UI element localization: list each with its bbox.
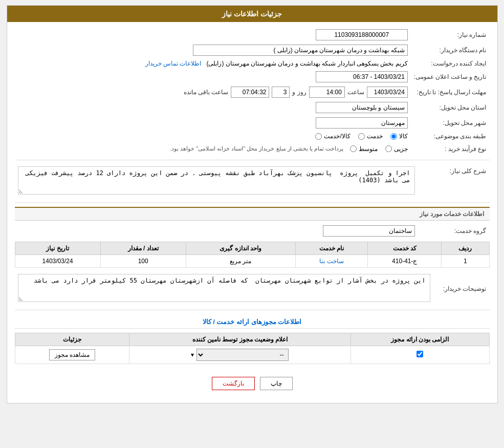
process-jozei-label: جزيی xyxy=(394,145,408,153)
permissions-header: اطلاعات مجوزهای ارائه خدمت / کالا xyxy=(15,315,490,329)
need-number-input[interactable] xyxy=(316,29,408,40)
col-unit: واحد اندازه گيری xyxy=(186,242,295,255)
province-row: استان محل تحويل: xyxy=(15,100,490,115)
deadline-time-label: ساعت xyxy=(347,89,364,96)
announce-date-row: تاريخ و ساعت اعلان عمومی: xyxy=(15,69,490,84)
deadline-label: مهلت ارسال پاسخ: تا تاريخ: xyxy=(411,84,490,100)
permissions-table: الزامی بودن ارائه مجوز اعلام وضعيت مجوز … xyxy=(15,333,490,364)
deadline-remaining-input[interactable] xyxy=(231,87,269,98)
category-kala-label: کالا xyxy=(399,133,408,140)
page-header: جزئيات اطلاعات نياز xyxy=(7,6,497,22)
process-mottavaset-option[interactable]: متوسط xyxy=(350,145,378,153)
main-content: شماره نياز: نام دستگاه خريدار: ايجاد کنن… xyxy=(7,22,497,403)
cell-unit: متر مربع xyxy=(186,255,295,268)
category-value: کالا خدمت کالا/خدمت xyxy=(15,131,411,142)
required-checkbox[interactable] xyxy=(417,351,423,357)
separator-2 xyxy=(15,202,490,203)
cell-service-name[interactable]: ساخت بنا xyxy=(295,255,368,268)
permissions-row: -- ▾ مشاهده مجوز xyxy=(15,346,489,364)
category-kala-khedmat-option[interactable]: کالا/خدمت xyxy=(315,133,350,140)
separator-1 xyxy=(15,160,490,160)
page-title: جزئيات اطلاعات نياز xyxy=(222,10,282,18)
cell-service-code: ج-41-410 xyxy=(368,255,442,268)
service-group-label: گروه خدمت: xyxy=(418,223,490,239)
col-row-num: رديف xyxy=(442,242,489,255)
creator-text: کريم بخش يسکوهی انباردار شبکه بهداشت و د… xyxy=(206,60,407,67)
permissions-section: اطلاعات مجوزهای ارائه خدمت / کالا الزامی… xyxy=(15,315,490,364)
col-details: جزئيات xyxy=(15,333,129,346)
category-kala-khedmat-radio[interactable] xyxy=(315,133,322,140)
table-row: 1 ج-41-410 ساخت بنا متر مربع 100 1403/03… xyxy=(15,255,489,268)
col-status: اعلام وضعيت مجوز توسط نامين کننده xyxy=(129,333,350,346)
deadline-value: ساعت روز و ساعت باقی مانده xyxy=(15,84,411,100)
deadline-date-input[interactable] xyxy=(367,87,408,98)
view-permit-button[interactable]: مشاهده مجوز xyxy=(49,349,95,360)
need-number-value xyxy=(15,27,411,42)
permissions-header-row: الزامی بودن ارائه مجوز اعلام وضعيت مجوز … xyxy=(15,333,489,346)
province-label: استان محل تحويل: xyxy=(411,100,490,115)
buyer-org-value xyxy=(15,42,411,58)
category-khedmat-label: خدمت xyxy=(367,133,383,140)
need-number-label: شماره نياز: xyxy=(411,27,490,42)
process-jozei-radio[interactable] xyxy=(385,145,392,152)
creator-value: کريم بخش يسکوهی انباردار شبکه بهداشت و د… xyxy=(15,58,411,69)
category-khedmat-radio[interactable] xyxy=(358,133,365,140)
deadline-days-input[interactable] xyxy=(272,87,290,98)
buyer-notes-table: توضیحات خريدار: اين پروژه در بخش آشار از… xyxy=(15,272,490,306)
services-section-header: اطلاعات خدمات مورد نياز xyxy=(15,207,490,221)
buyer-org-row: نام دستگاه خريدار: xyxy=(15,42,490,58)
service-group-value xyxy=(15,223,418,239)
buyer-notes-textarea[interactable]: اين پروژه در بخش آشار از توابع شهرستان م… xyxy=(18,274,430,302)
category-kala-khedmat-label: کالا/خدمت xyxy=(324,133,350,140)
province-value xyxy=(15,100,411,115)
status-dropdown[interactable]: -- xyxy=(196,349,289,361)
buyer-org-label: نام دستگاه خريدار: xyxy=(411,42,490,58)
category-label: طبقه بندی موضوعی: xyxy=(411,131,490,142)
category-kala-option[interactable]: کالا xyxy=(390,133,408,140)
process-jozei-option[interactable]: جزيی xyxy=(385,145,408,153)
separator-3 xyxy=(15,310,490,310)
category-khedmat-option[interactable]: خدمت xyxy=(358,133,383,140)
back-button[interactable]: بازگشت xyxy=(212,377,255,390)
deadline-remaining-label: ساعت باقی مانده xyxy=(184,89,229,96)
contact-link[interactable]: اطلاعات تماس خريدار xyxy=(145,60,202,67)
services-table-header-row: رديف کد خدمت نام خدمت واحد اندازه گيری ت… xyxy=(15,242,489,255)
province-input[interactable] xyxy=(316,102,408,113)
cell-required xyxy=(350,346,489,364)
city-value xyxy=(15,115,411,131)
city-input[interactable] xyxy=(316,117,408,129)
announce-date-input[interactable] xyxy=(316,71,408,82)
process-label: نوع فرآيند خريد : xyxy=(411,142,490,156)
buyer-notes-label: توضیحات خريدار: xyxy=(433,272,490,306)
category-row: طبقه بندی موضوعی: کالا خدمت کالا/خدمت xyxy=(15,131,490,142)
process-mottavaset-radio[interactable] xyxy=(350,145,357,152)
print-button[interactable]: چاپ xyxy=(260,377,293,390)
deadline-time-input[interactable] xyxy=(309,87,345,98)
footer-buttons: چاپ بازگشت xyxy=(15,369,490,398)
col-service-name: نام خدمت xyxy=(295,242,368,255)
service-group-table: گروه خدمت: xyxy=(15,223,490,239)
service-group-row: گروه خدمت: xyxy=(15,223,490,239)
cell-status: -- ▾ xyxy=(129,346,350,364)
service-group-input[interactable] xyxy=(323,225,415,237)
page-container: جزئيات اطلاعات نياز شماره نياز: نام دستگ… xyxy=(7,5,498,403)
col-service-code: کد خدمت xyxy=(368,242,442,255)
cell-row-num: 1 xyxy=(442,255,489,268)
col-quantity: تعداد / مقدار xyxy=(100,242,186,255)
services-table: رديف کد خدمت نام خدمت واحد اندازه گيری ت… xyxy=(15,242,490,268)
process-row: نوع فرآيند خريد : جزيی متوسط xyxy=(15,142,490,156)
city-row: شهر محل تحويل: xyxy=(15,115,490,131)
buyer-notes-value: اين پروژه در بخش آشار از توابع شهرستان م… xyxy=(15,272,433,306)
category-kala-radio[interactable] xyxy=(390,133,397,140)
cell-quantity: 100 xyxy=(100,255,186,268)
cell-details: مشاهده مجوز xyxy=(15,346,129,364)
buyer-org-input[interactable] xyxy=(193,45,408,56)
buyer-notes-row: توضیحات خريدار: اين پروژه در بخش آشار از… xyxy=(15,272,490,306)
deadline-days-label: روز و xyxy=(292,89,306,96)
cell-date: 1403/03/24 xyxy=(15,255,100,268)
need-number-row: شماره نياز: xyxy=(15,27,490,42)
general-desc-textarea[interactable]: اجرا و تکميل پروژه پانسيون پزشک بهرآباد … xyxy=(18,166,415,195)
dropdown-arrow: ▾ xyxy=(191,351,194,358)
general-desc-value: اجرا و تکميل پروژه پانسيون پزشک بهرآباد … xyxy=(15,164,418,198)
info-table: شماره نياز: نام دستگاه خريدار: ايجاد کنن… xyxy=(15,27,490,156)
